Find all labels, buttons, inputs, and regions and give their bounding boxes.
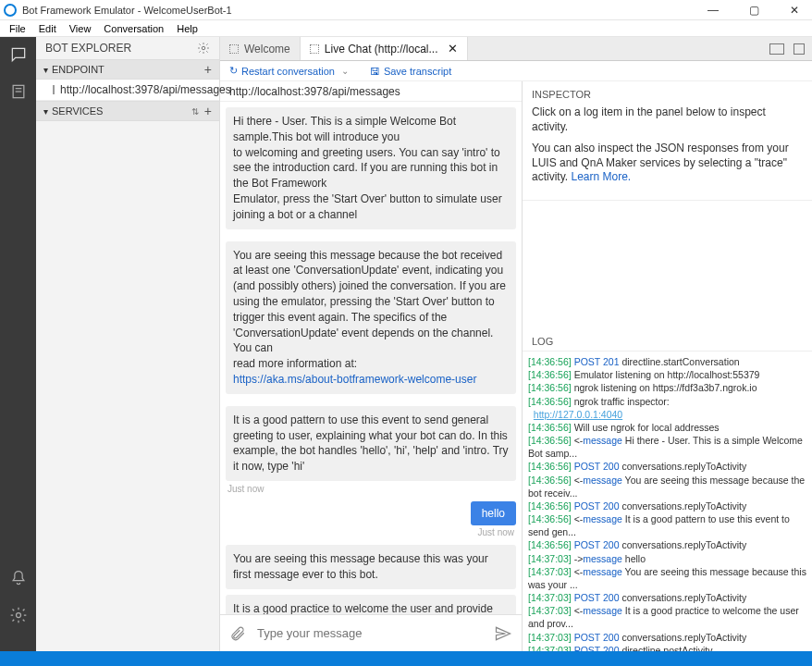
split-icon[interactable] xyxy=(794,43,805,55)
timestamp: Just now xyxy=(228,527,514,537)
status-bar xyxy=(0,651,812,666)
log-line[interactable]: [14:36:56] POST 201 directline.startConv… xyxy=(528,355,806,368)
close-button[interactable]: ✕ xyxy=(781,4,808,17)
endpoint-item[interactable]: http://localhost:3978/api/messages xyxy=(36,80,219,101)
menu-file[interactable]: File xyxy=(4,23,31,34)
timestamp: Just now xyxy=(228,484,516,494)
message-input[interactable] xyxy=(257,626,483,640)
log-title: LOG xyxy=(523,332,812,352)
restart-icon: ↻ xyxy=(229,65,238,77)
user-message[interactable]: hello xyxy=(226,501,516,525)
restart-conversation-button[interactable]: ↻ Restart conversation ⌄ xyxy=(229,65,351,77)
app-icon xyxy=(4,4,17,17)
chevron-down-icon[interactable]: ⌄ xyxy=(338,66,351,76)
inspector-title: INSPECTOR xyxy=(532,89,803,100)
bot-message[interactable]: You are seeing this message because this… xyxy=(226,545,516,589)
maximize-button[interactable]: ▢ xyxy=(740,4,768,17)
log-line[interactable]: [14:36:56] POST 200 conversations.replyT… xyxy=(528,460,806,473)
sidebar-title: BOT EXPLORER xyxy=(45,42,131,55)
inspector-text: Click on a log item in the panel below t… xyxy=(532,105,803,134)
menubar: File Edit View Conversation Help xyxy=(0,20,812,37)
svg-point-4 xyxy=(202,46,205,50)
log-line[interactable]: [14:36:56] POST 200 conversations.replyT… xyxy=(528,538,806,551)
learn-more-link[interactable]: Learn More. xyxy=(571,170,631,183)
tab-welcome[interactable]: Welcome xyxy=(220,37,301,60)
gear-icon[interactable] xyxy=(197,42,210,55)
chat-icon[interactable] xyxy=(8,44,29,65)
bot-message[interactable]: It is a good practice to welcome the use… xyxy=(226,595,516,614)
resources-icon[interactable] xyxy=(8,81,29,102)
tab-icon xyxy=(229,44,239,54)
bot-message[interactable]: Hi there - User. This is a simple Welcom… xyxy=(226,107,516,229)
menu-conversation[interactable]: Conversation xyxy=(98,23,169,34)
log-panel: LOG [14:36:56] POST 201 directline.start… xyxy=(523,332,812,651)
log-line[interactable]: [14:36:56] <-message Hi there - User. Th… xyxy=(528,434,806,460)
save-transcript-button[interactable]: 🖫 Save transcript xyxy=(370,66,451,77)
add-service-button[interactable]: + xyxy=(204,104,212,118)
log-line[interactable]: [14:36:56] Emulator listening on http://… xyxy=(528,368,806,381)
log-line[interactable]: [14:37:03] POST 200 directline.postActiv… xyxy=(528,644,806,651)
endpoint-url-display: http://localhost:3978/api/messages xyxy=(220,81,522,102)
bot-message[interactable]: You are seeing this message because the … xyxy=(226,241,516,394)
log-line[interactable]: [14:36:56] ngrok listening on https://fd… xyxy=(528,381,806,394)
endpoint-icon xyxy=(53,85,55,94)
tab-icon xyxy=(310,44,319,54)
send-icon[interactable] xyxy=(494,624,512,643)
tab-livechat[interactable]: Live Chat (http://local... ✕ xyxy=(301,37,468,60)
add-endpoint-button[interactable]: + xyxy=(204,62,212,77)
log-line[interactable]: [14:36:56] <-message It is a good patter… xyxy=(528,512,806,538)
log-line[interactable]: [14:37:03] ->message hello xyxy=(528,552,806,565)
sort-icon[interactable]: ⇅ xyxy=(191,106,199,117)
menu-edit[interactable]: Edit xyxy=(33,23,62,34)
message-input-bar xyxy=(220,614,522,651)
svg-point-3 xyxy=(16,613,20,618)
welcome-link[interactable]: https://aka.ms/about-botframework-welcom… xyxy=(233,373,476,386)
log-line[interactable]: [14:37:03] <-message You are seeing this… xyxy=(528,565,806,591)
presentation-icon[interactable] xyxy=(769,43,784,55)
window-title: Bot Framework Emulator - WelcomeUserBot-… xyxy=(22,5,699,16)
log-line[interactable]: [14:36:56] Will use ngrok for local addr… xyxy=(528,421,806,434)
endpoint-label: ENDPOINT xyxy=(52,64,105,75)
notifications-icon[interactable] xyxy=(8,568,29,588)
menu-view[interactable]: View xyxy=(64,23,97,34)
toolbar: ↻ Restart conversation ⌄ 🖫 Save transcri… xyxy=(220,61,812,81)
activity-bar xyxy=(0,37,36,651)
attach-icon[interactable] xyxy=(229,624,246,643)
log-line[interactable]: [14:37:03] POST 200 conversations.replyT… xyxy=(528,591,806,604)
services-section[interactable]: ▾SERVICES ⇅ + xyxy=(36,101,219,121)
services-label: SERVICES xyxy=(52,105,103,117)
endpoint-url: http://localhost:3978/api/messages xyxy=(60,83,231,96)
tabbar: Welcome Live Chat (http://local... ✕ xyxy=(220,37,812,61)
inspector-text: You can also inspect the JSON responses … xyxy=(532,142,803,185)
menu-help[interactable]: Help xyxy=(171,23,203,34)
close-tab-button[interactable]: ✕ xyxy=(448,42,458,56)
log-line[interactable]: [14:37:03] POST 200 conversations.replyT… xyxy=(528,631,806,644)
sidebar: BOT EXPLORER ▾ENDPOINT + http://localhos… xyxy=(36,37,220,651)
log-line[interactable]: [14:37:03] <-message It is a good practi… xyxy=(528,604,806,630)
minimize-button[interactable]: ― xyxy=(699,4,727,17)
log-line[interactable]: [14:36:56] ngrok traffic inspector: xyxy=(528,395,806,408)
inspector-panel: INSPECTOR Click on a log item in the pan… xyxy=(523,81,812,201)
chat-transcript[interactable]: Hi there - User. This is a simple Welcom… xyxy=(220,102,522,614)
log-line[interactable]: [14:36:56] <-message You are seeing this… xyxy=(528,474,806,500)
save-icon: 🖫 xyxy=(370,66,380,77)
titlebar: Bot Framework Emulator - WelcomeUserBot-… xyxy=(0,0,812,20)
log-line[interactable]: http://127.0.0.1:4040 xyxy=(528,408,806,421)
log-body[interactable]: [14:36:56] POST 201 directline.startConv… xyxy=(523,352,812,651)
settings-icon[interactable] xyxy=(8,605,29,625)
endpoint-section[interactable]: ▾ENDPOINT + xyxy=(36,59,219,80)
bot-message[interactable]: It is a good pattern to use this event t… xyxy=(226,406,516,481)
log-line[interactable]: [14:36:56] POST 200 conversations.replyT… xyxy=(528,500,806,512)
